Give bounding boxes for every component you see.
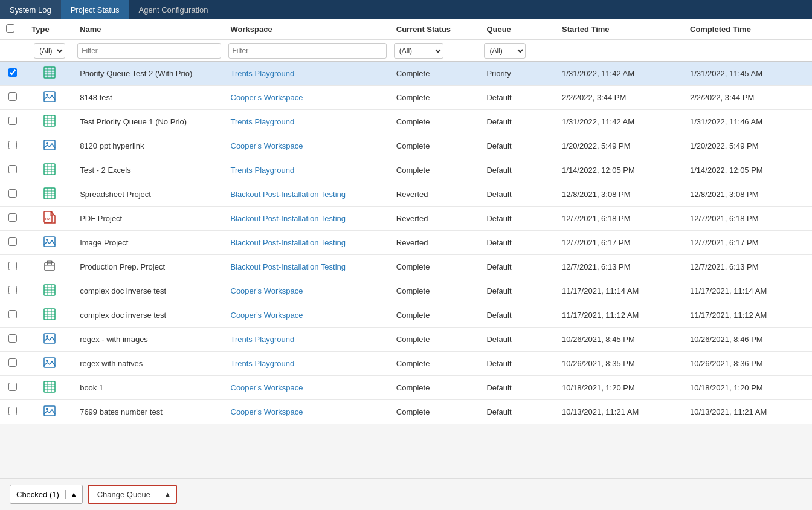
row-workspace[interactable]: Cooper's Workspace: [225, 86, 390, 110]
table-row: Production Prep. ProjectBlackout Post-In…: [0, 255, 812, 279]
select-all-checkbox[interactable]: [6, 24, 14, 33]
image-icon: [43, 356, 56, 369]
row-checkbox[interactable]: [8, 141, 17, 149]
workspace-link[interactable]: Trents Playground: [231, 69, 295, 78]
row-workspace[interactable]: Trents Playground: [225, 62, 390, 86]
row-checkbox[interactable]: [8, 262, 17, 270]
row-workspace[interactable]: Blackout Post-Installation Testing: [225, 255, 390, 279]
filter-queue-cell: (All) Default Priority: [480, 40, 556, 62]
row-workspace[interactable]: Blackout Post-Installation Testing: [225, 231, 390, 255]
filter-workspace-cell: [225, 40, 390, 62]
workspace-link[interactable]: Blackout Post-Installation Testing: [231, 238, 346, 247]
row-type-icon: [25, 376, 74, 400]
row-name: Test Priority Queue 1 (No Prio): [74, 110, 224, 134]
row-type-icon: [25, 110, 74, 134]
row-checkbox[interactable]: [8, 358, 17, 367]
workspace-link[interactable]: Cooper's Workspace: [231, 311, 303, 320]
table-row: Image ProjectBlackout Post-Installation …: [0, 231, 812, 255]
spreadsheet-icon: [43, 114, 56, 128]
row-workspace[interactable]: Cooper's Workspace: [225, 279, 390, 303]
row-workspace[interactable]: Blackout Post-Installation Testing: [225, 182, 390, 207]
type-filter-select[interactable]: (All): [34, 43, 65, 59]
nav-agent-configuration[interactable]: Agent Configuration: [129, 0, 218, 19]
row-name: Test - 2 Excels: [74, 158, 224, 182]
row-name: PDF Project: [74, 207, 224, 231]
row-type-icon: [25, 255, 74, 279]
workspace-link[interactable]: Trents Playground: [231, 359, 295, 368]
row-completed-time: 10/18/2021, 1:20 PM: [684, 376, 812, 400]
row-name: Priority Queue Test 2 (With Prio): [74, 62, 224, 86]
row-workspace[interactable]: Cooper's Workspace: [225, 400, 390, 424]
row-checkbox[interactable]: [8, 92, 17, 101]
row-workspace[interactable]: Trents Playground: [225, 110, 390, 134]
row-checkbox[interactable]: [8, 189, 17, 198]
row-type-icon: [25, 328, 74, 352]
row-name: Spreadsheet Project: [74, 182, 224, 207]
row-name: regex with natives: [74, 352, 224, 376]
workspace-link[interactable]: Cooper's Workspace: [231, 93, 303, 102]
image-icon: [43, 235, 56, 248]
workspace-link[interactable]: Cooper's Workspace: [231, 141, 303, 150]
row-started-time: 1/14/2022, 12:05 PM: [556, 158, 684, 182]
svg-point-15: [46, 142, 48, 144]
workspace-link[interactable]: Blackout Post-Installation Testing: [231, 190, 346, 199]
row-status: Reverted: [390, 231, 481, 255]
nav-project-status[interactable]: Project Status: [61, 0, 129, 19]
status-filter-select[interactable]: (All) Complete Reverted: [394, 43, 443, 59]
workspace-link[interactable]: Cooper's Workspace: [231, 383, 303, 392]
row-name: 8120 ppt hyperlink: [74, 134, 224, 158]
row-workspace[interactable]: Trents Playground: [225, 328, 390, 352]
row-checkbox[interactable]: [8, 310, 17, 318]
filter-started-cell: [556, 40, 684, 62]
row-completed-time: 10/13/2021, 11:21 AM: [684, 400, 812, 424]
row-workspace[interactable]: Trents Playground: [225, 352, 390, 376]
spreadsheet-icon: [43, 308, 56, 321]
row-checkbox[interactable]: [8, 237, 17, 246]
row-checkbox[interactable]: [8, 407, 17, 415]
workspace-filter-input[interactable]: [228, 43, 387, 59]
image-icon: [43, 138, 56, 152]
workspace-link[interactable]: Trents Playground: [231, 166, 295, 175]
name-filter-input[interactable]: [77, 43, 221, 59]
table-row: regex with nativesTrents PlaygroundCompl…: [0, 352, 812, 376]
row-checkbox-cell: [0, 207, 25, 231]
svg-point-33: [46, 239, 48, 241]
row-checkbox[interactable]: [8, 213, 17, 222]
workspace-link[interactable]: Cooper's Workspace: [231, 286, 303, 295]
row-checkbox[interactable]: [8, 382, 17, 391]
workspace-link[interactable]: Trents Playground: [231, 117, 295, 126]
table-row: Spreadsheet ProjectBlackout Post-Install…: [0, 182, 812, 207]
row-workspace[interactable]: Trents Playground: [225, 158, 390, 182]
row-completed-time: 12/8/2021, 3:08 PM: [684, 182, 812, 207]
row-checkbox[interactable]: [8, 286, 17, 294]
row-status: Complete: [390, 376, 481, 400]
workspace-link[interactable]: Blackout Post-Installation Testing: [231, 214, 346, 223]
row-queue: Default: [480, 279, 556, 303]
nav-system-log[interactable]: System Log: [0, 0, 61, 19]
row-workspace[interactable]: Cooper's Workspace: [225, 134, 390, 158]
svg-point-37: [47, 263, 48, 265]
workspace-link[interactable]: Blackout Post-Installation Testing: [231, 262, 346, 271]
row-checkbox-cell: [0, 352, 25, 376]
workspace-link[interactable]: Trents Playground: [231, 335, 295, 344]
row-checkbox[interactable]: [8, 165, 17, 173]
row-checkbox[interactable]: [8, 117, 17, 125]
row-checkbox[interactable]: [8, 334, 17, 343]
queue-filter-select[interactable]: (All) Default Priority: [484, 43, 526, 59]
row-workspace[interactable]: Cooper's Workspace: [225, 303, 390, 328]
row-status: Reverted: [390, 182, 481, 207]
row-status: Complete: [390, 255, 481, 279]
spreadsheet-icon: [43, 187, 56, 200]
workspace-link[interactable]: Cooper's Workspace: [231, 407, 303, 416]
row-type-icon: [25, 134, 74, 158]
filter-cb-cell: [0, 40, 25, 62]
row-queue: Default: [480, 207, 556, 231]
row-checkbox[interactable]: [8, 68, 17, 77]
row-started-time: 1/31/2022, 11:42 AM: [556, 110, 684, 134]
row-workspace[interactable]: Blackout Post-Installation Testing: [225, 207, 390, 231]
row-queue: Default: [480, 303, 556, 328]
row-checkbox-cell: [0, 376, 25, 400]
spreadsheet-icon: [43, 380, 56, 393]
image-icon: [43, 90, 56, 103]
row-workspace[interactable]: Cooper's Workspace: [225, 376, 390, 400]
